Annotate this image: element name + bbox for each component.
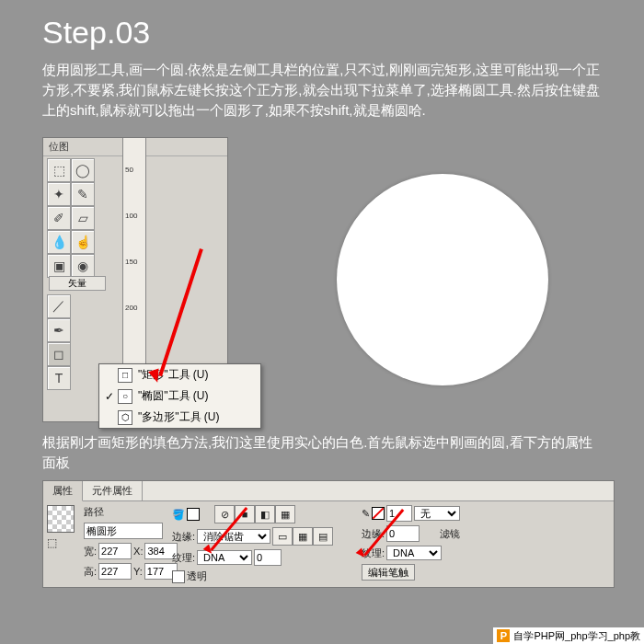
fill-pattern[interactable]: ▦ [275, 505, 295, 523]
mid-text: 根据刚才画矩形的填色方法,我们这里使用实心的白色.首先鼠标选中刚画的圆,看下方的… [42, 432, 602, 473]
texture-amt[interactable] [254, 549, 282, 566]
lasso-tool[interactable]: ◯ [71, 158, 95, 182]
stroke-icon[interactable]: ✎ [362, 508, 370, 520]
transparent-checkbox[interactable] [172, 570, 185, 583]
fill-none[interactable]: ⊘ [214, 505, 235, 523]
stroke-style[interactable]: 无 [414, 506, 460, 521]
eraser-tool[interactable]: ▱ [71, 206, 95, 230]
text-tool[interactable]: T [47, 366, 71, 390]
tab-properties[interactable]: 属性 [43, 481, 83, 501]
opt3[interactable]: ▤ [313, 527, 333, 546]
annotation-arrow [158, 248, 203, 376]
toolbox-panel: 位图 ⬚ ◯ ✦ ✎ ✐ ▱ 💧 ☝ ▣ ◉ 矢量 [42, 137, 228, 422]
ruler: 50 100 150 200 [122, 138, 146, 377]
watermark-text: 自学PHP网_php学习_php教 [513, 629, 640, 643]
rect-icon: □ [118, 368, 132, 383]
stroke-texture-select[interactable]: DNA [386, 546, 442, 560]
stroke-edge-amt[interactable] [386, 525, 420, 542]
flyout-label: "椭圆"工具 (U) [138, 388, 209, 404]
height-input[interactable] [98, 563, 132, 580]
shape-name-input[interactable] [84, 523, 163, 539]
blur-tool[interactable]: 💧 [47, 230, 71, 254]
redeye-tool[interactable]: ◉ [71, 254, 95, 278]
illustration-stage: 位图 ⬚ ◯ ✦ ✎ ✐ ▱ 💧 ☝ ▣ ◉ 矢量 [42, 137, 644, 427]
flyout-polygon[interactable]: ⬡ "多边形"工具 (U) [99, 407, 260, 428]
lock-icon[interactable]: ⬚ [47, 536, 78, 549]
edit-stroke-button[interactable]: 编辑笔触 [362, 564, 415, 581]
check-icon: ✓ [105, 390, 118, 403]
vector-section-label: 矢量 [49, 276, 106, 291]
path-label: 路径 [84, 505, 104, 519]
logo-icon: P [497, 629, 510, 642]
properties-panel: 属性 元件属性 ⬚ 路径 宽:X: 高:Y: 🪣 ⊘ ■ ◧ ▦ [42, 480, 615, 588]
edge-select[interactable]: 消除锯齿 [197, 529, 270, 544]
fill-gradient[interactable]: ◧ [255, 505, 275, 523]
flyout-label: "多边形"工具 (U) [138, 409, 220, 425]
width-input[interactable] [98, 543, 132, 559]
stamp-tool[interactable]: ▣ [47, 254, 71, 278]
fill-type-group: ⊘ ■ ◧ ▦ [214, 505, 295, 523]
intro-text: 使用圆形工具,画一个圆.依然是左侧工具栏的位置,只不过,刚刚画完矩形,这里可能出… [42, 60, 602, 121]
marquee-tool[interactable]: ⬚ [47, 158, 71, 182]
opt1[interactable]: ▭ [272, 527, 293, 546]
step-title: Step.03 [42, 15, 644, 51]
tab-symbol[interactable]: 元件属性 [83, 481, 143, 500]
stroke-color-swatch[interactable] [372, 507, 385, 520]
brush-tool[interactable]: ✎ [71, 182, 95, 206]
flyout-rect[interactable]: □ "矩形"工具 (U) [99, 364, 260, 385]
fill-color-swatch[interactable] [187, 508, 200, 521]
polygon-icon: ⬡ [118, 410, 132, 425]
tabs: 属性 元件属性 [43, 481, 614, 501]
flyout-ellipse[interactable]: ✓ ○ "椭圆"工具 (U) [99, 385, 260, 407]
drawn-circle [337, 174, 548, 385]
shape-flyout-menu: □ "矩形"工具 (U) ✓ ○ "椭圆"工具 (U) ⬡ "多边形"工具 (U… [98, 363, 261, 429]
preview-swatch [47, 505, 75, 533]
line-tool[interactable]: ／ [47, 294, 71, 318]
pencil-tool[interactable]: ✐ [47, 206, 71, 230]
magic-wand-tool[interactable]: ✦ [47, 182, 71, 206]
opt2[interactable]: ▦ [293, 527, 313, 546]
shape-tool[interactable]: ◻ [47, 342, 71, 366]
ellipse-icon: ○ [118, 389, 132, 404]
bucket-icon[interactable]: 🪣 [172, 509, 185, 521]
bitmap-tools: ⬚ ◯ ✦ ✎ ✐ ▱ 💧 ☝ ▣ ◉ [47, 158, 113, 278]
watermark: P 自学PHP网_php学习_php教 [493, 627, 644, 644]
smudge-tool[interactable]: ☝ [71, 230, 95, 254]
pen-tool[interactable]: ✒ [47, 318, 71, 342]
